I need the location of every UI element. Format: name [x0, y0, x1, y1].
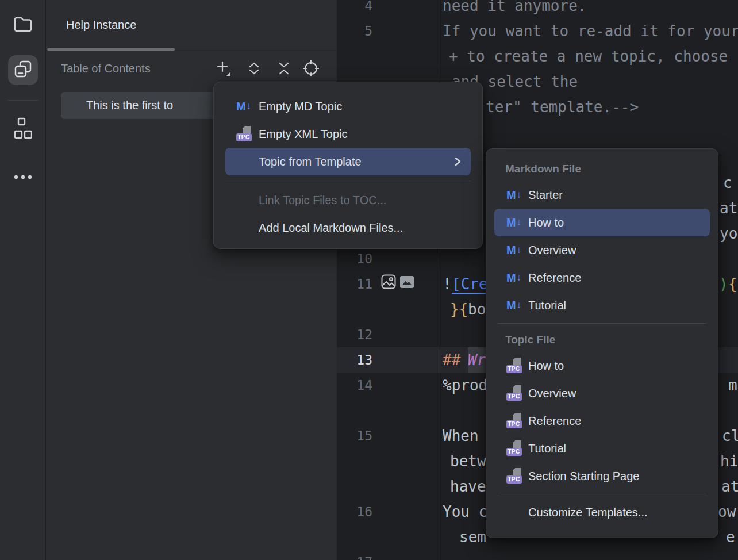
menu-separator: [225, 181, 471, 181]
markdown-file-icon: M↓: [505, 270, 522, 286]
more-tool-windows-button[interactable]: [8, 162, 38, 192]
more-icon: [13, 172, 33, 182]
submenu-item-starter[interactable]: M↓ Starter: [486, 181, 718, 209]
markdown-file-icon: M↓: [505, 214, 522, 231]
submenu-item-overview-md[interactable]: M↓ Overview: [486, 236, 718, 264]
editor-text: at: [720, 195, 737, 221]
submenu-item-how-to-md[interactable]: M↓ How to: [494, 209, 710, 236]
topic-file-icon: TPC: [506, 468, 522, 484]
editor-text: !: [443, 271, 452, 297]
tool-window-header: Help Instance: [46, 0, 337, 51]
line-number: 10: [337, 246, 372, 271]
editor-text: c: [723, 170, 732, 195]
collapse-all-icon: [277, 61, 291, 78]
structure-icon: [14, 117, 32, 143]
editor-text: at: [721, 474, 738, 499]
editor-text: If you want to re-add it for your: [443, 18, 738, 44]
editor-text: }{: [450, 297, 468, 322]
menu-item-topic-from-template[interactable]: Topic from Template: [225, 148, 471, 175]
line-number: 5: [337, 18, 372, 44]
topic-file-icon: TPC: [506, 358, 522, 374]
line-number: 16: [337, 499, 372, 524]
submenu-item-tutorial-md[interactable]: M↓ Tutorial: [486, 291, 718, 319]
editor-text: You c: [443, 499, 487, 524]
editor-text: e: [726, 524, 735, 550]
toc-title: Table of Contents: [61, 62, 151, 75]
editor-text: + to create a new topic, choose ": [449, 44, 738, 69]
instances-icon: [14, 60, 32, 80]
line-number: 11: [337, 271, 372, 297]
collapse-all-button[interactable]: [273, 59, 295, 80]
submenu-item-section-starting-page[interactable]: TPC Section Starting Page: [486, 462, 718, 490]
editor-text: need it anymore.: [443, 0, 586, 18]
submenu-separator: [498, 494, 706, 494]
submenu-item-tutorial-topic[interactable]: TPC Tutorial: [486, 435, 718, 462]
locate-opened-file-button[interactable]: [300, 59, 322, 80]
current-line-number: 13: [337, 347, 372, 373]
topic-file-icon: TPC: [506, 413, 522, 429]
structure-tool-button[interactable]: [8, 115, 38, 145]
submenu-header-markdown-file: Markdown File: [486, 157, 718, 181]
markdown-file-icon: M↓: [505, 297, 522, 313]
menu-item-empty-xml-topic[interactable]: TPC Empty XML Topic: [214, 120, 482, 148]
line-number: 12: [337, 322, 372, 347]
editor-text: sem: [459, 524, 486, 550]
submenu-item-reference-md[interactable]: M↓ Reference: [486, 264, 718, 291]
menu-item-empty-md-topic[interactable]: M↓ Empty MD Topic: [214, 93, 482, 120]
editor-text: you: [720, 221, 738, 246]
line-number: 17: [337, 550, 372, 560]
add-topic-context-menu: M↓ Empty MD Topic TPC Empty XML Topic To…: [213, 82, 483, 249]
editor-text: ow: [718, 499, 736, 524]
submenu-item-overview-topic[interactable]: TPC Overview: [486, 379, 718, 407]
editor-text: {: [728, 271, 737, 297]
markdown-file-icon: M↓: [505, 187, 522, 203]
tree-item-label: This is the first to: [61, 92, 217, 119]
tool-window-rail: [0, 0, 46, 560]
editor-text: When: [443, 423, 479, 448]
topic-file-icon: TPC: [236, 126, 252, 142]
topic-file-icon: TPC: [506, 385, 522, 401]
add-icon: [216, 60, 231, 79]
topic-file-icon: TPC: [506, 440, 522, 457]
markdown-file-icon: M↓: [505, 242, 522, 258]
menu-item-link-topic-files[interactable]: Link Topic Files to TOC...: [214, 186, 482, 214]
writerside-instances-tool-button[interactable]: [8, 55, 38, 85]
image-preview-gutter-icon[interactable]: [381, 274, 396, 289]
submenu-item-reference-topic[interactable]: TPC Reference: [486, 407, 718, 435]
markdown-file-icon: M↓: [235, 98, 252, 114]
line-number: 4: [337, 0, 372, 18]
editor-text: m: [728, 373, 737, 398]
editor-text: ): [719, 271, 728, 297]
editor-text: have: [450, 474, 486, 499]
markdown-heading-text: Wr: [468, 347, 486, 373]
tab-help-instance[interactable]: Help Instance: [66, 0, 136, 49]
submenu-item-how-to-topic[interactable]: TPC How to: [486, 352, 718, 379]
editor-text: his: [720, 448, 738, 474]
locate-icon: [303, 60, 319, 79]
line-number: 14: [337, 373, 372, 398]
image-file-gutter-icon[interactable]: [400, 276, 414, 288]
expand-all-button[interactable]: [243, 59, 265, 80]
editor-text: bo: [468, 297, 486, 322]
editor-link-text[interactable]: [Cre: [452, 271, 488, 297]
editor-text: betw: [450, 448, 486, 474]
editor-text: cl: [722, 423, 738, 448]
markdown-heading-hashes: ##: [443, 347, 460, 373]
submenu-item-customize-templates[interactable]: Customize Templates...: [486, 498, 718, 526]
submenu-separator: [498, 323, 706, 324]
editor-text: %prod: [443, 373, 487, 398]
toc-tree-item-first-topic[interactable]: This is the first to: [61, 92, 217, 119]
add-topic-button[interactable]: [213, 59, 235, 80]
menu-item-add-local-markdown[interactable]: Add Local Markdown Files...: [214, 214, 482, 241]
line-number: 15: [337, 423, 372, 448]
submenu-header-topic-file: Topic File: [486, 328, 718, 352]
editor-text: ter" template.-->: [486, 94, 639, 120]
submenu-arrow-icon: [454, 155, 462, 168]
topic-template-submenu: Markdown File M↓ Starter M↓ How to M↓ Ov…: [486, 148, 718, 538]
folder-icon: [13, 16, 33, 35]
project-tool-button[interactable]: [8, 10, 38, 40]
expand-all-icon: [247, 61, 261, 78]
rail-divider: [8, 100, 38, 101]
